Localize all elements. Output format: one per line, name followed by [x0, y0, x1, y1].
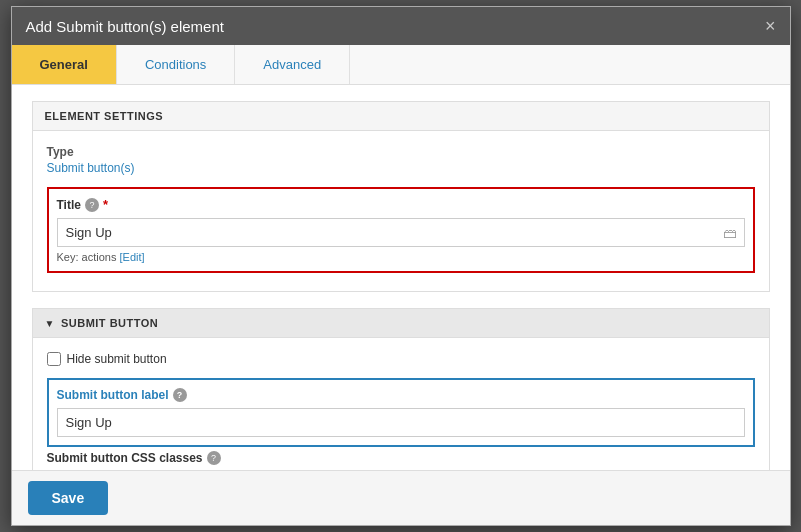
title-label-text: Title — [57, 198, 81, 212]
database-icon: 🗃 — [723, 225, 737, 241]
submit-button-header-label: SUBMIT BUTTON — [61, 317, 158, 329]
submit-button-section: ▼ SUBMIT BUTTON Hide submit button Submi… — [32, 308, 770, 470]
submit-label-field-bordered: Submit button label ? — [47, 378, 755, 447]
css-classes-group: Submit button CSS classes ? — [47, 451, 755, 470]
submit-label-text: Submit button label — [57, 388, 169, 402]
submit-label-input-wrapper — [57, 408, 745, 437]
modal: Add Submit button(s) element × General C… — [11, 6, 791, 526]
modal-close-button[interactable]: × — [765, 17, 776, 35]
edit-link[interactable]: [Edit] — [119, 251, 144, 263]
submit-label-label: Submit button label ? — [57, 388, 745, 402]
title-help-icon[interactable]: ? — [85, 198, 99, 212]
css-classes-help-icon[interactable]: ? — [207, 451, 221, 465]
key-label: Key: actions — [57, 251, 117, 263]
hide-submit-label: Hide submit button — [67, 352, 167, 366]
tab-conditions[interactable]: Conditions — [117, 45, 235, 84]
submit-label-input[interactable] — [57, 408, 745, 437]
css-classes-label-row: Submit button CSS classes ? — [47, 451, 755, 465]
save-button[interactable]: Save — [28, 481, 109, 515]
tab-conditions-label: Conditions — [145, 57, 206, 72]
hide-submit-row: Hide submit button — [47, 352, 755, 366]
css-classes-label: Submit button CSS classes — [47, 451, 203, 465]
element-settings-section: ELEMENT SETTINGS Type Submit button(s) T… — [32, 101, 770, 292]
title-required-star: * — [103, 197, 108, 212]
toggle-arrow-icon: ▼ — [45, 318, 55, 329]
submit-button-header[interactable]: ▼ SUBMIT BUTTON — [33, 309, 769, 338]
tab-advanced[interactable]: Advanced — [235, 45, 350, 84]
element-settings-body: Type Submit button(s) Title ? * 🗃 — [33, 131, 769, 291]
type-label: Type — [47, 145, 755, 159]
modal-overlay: Add Submit button(s) element × General C… — [0, 0, 801, 532]
modal-title: Add Submit button(s) element — [26, 18, 224, 35]
title-input[interactable] — [57, 218, 745, 247]
modal-footer: Save — [12, 470, 790, 525]
type-field-group: Type Submit button(s) — [47, 145, 755, 175]
title-field-bordered: Title ? * 🗃 Key: actions [Edit] — [47, 187, 755, 273]
modal-header: Add Submit button(s) element × — [12, 7, 790, 45]
submit-label-help-icon[interactable]: ? — [173, 388, 187, 402]
title-label-row: Title ? * — [57, 197, 745, 212]
submit-button-body: Hide submit button Submit button label ? — [33, 338, 769, 470]
tab-general[interactable]: General — [12, 45, 117, 84]
title-input-wrapper: 🗃 — [57, 218, 745, 247]
type-value: Submit button(s) — [47, 161, 755, 175]
tab-advanced-label: Advanced — [263, 57, 321, 72]
key-text: Key: actions [Edit] — [57, 251, 745, 263]
element-settings-header: ELEMENT SETTINGS — [33, 102, 769, 131]
modal-body: ELEMENT SETTINGS Type Submit button(s) T… — [12, 85, 790, 470]
modal-tabs: General Conditions Advanced — [12, 45, 790, 85]
tab-general-label: General — [40, 57, 88, 72]
hide-submit-checkbox[interactable] — [47, 352, 61, 366]
